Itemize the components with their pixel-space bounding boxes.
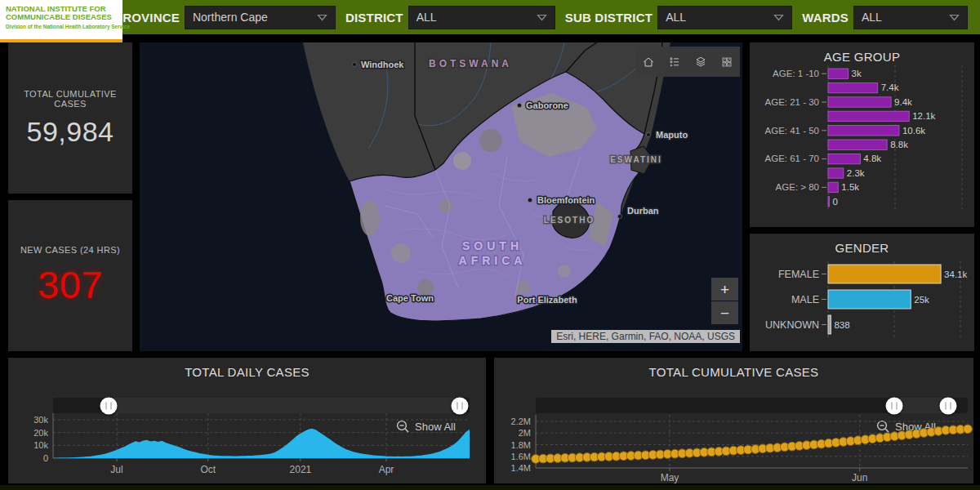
cumulative-dot bbox=[875, 434, 884, 443]
cumulative-dot bbox=[626, 452, 635, 461]
grip-icon bbox=[892, 402, 898, 409]
zoom-out-button[interactable]: − bbox=[711, 301, 738, 324]
bar-value-label: 9.4k bbox=[894, 97, 912, 107]
daily-time-slider bbox=[53, 398, 470, 413]
cumulative-dot bbox=[964, 425, 973, 434]
bar-value-label: 7.4k bbox=[881, 82, 899, 92]
map-toolbar bbox=[635, 47, 740, 77]
y-tick-label: 1.8M bbox=[511, 440, 531, 450]
new-cases-card: NEW CASES (24 HRS) 307 bbox=[8, 200, 132, 351]
show-all-button[interactable]: Show All bbox=[396, 420, 456, 434]
wards-select[interactable]: ALL bbox=[853, 6, 968, 29]
show-all-button[interactable]: Show All bbox=[876, 420, 936, 434]
cumulative-dot bbox=[868, 434, 877, 443]
city-dot bbox=[352, 62, 356, 66]
age-bar[interactable] bbox=[828, 154, 860, 163]
layers-icon bbox=[693, 53, 709, 71]
basemap-button[interactable] bbox=[714, 47, 740, 77]
age-bar[interactable] bbox=[828, 82, 878, 92]
range-handle-left[interactable] bbox=[886, 397, 903, 414]
cumulative-dot bbox=[590, 452, 599, 461]
region-label: BOTSWANA bbox=[429, 58, 512, 69]
bar-value-label: 3k bbox=[852, 69, 862, 78]
show-all-label: Show All bbox=[415, 421, 456, 433]
gender-bar[interactable] bbox=[828, 265, 941, 283]
bar-value-label: 8.8k bbox=[890, 140, 908, 149]
daily-cases-panel: TOTAL DAILY CASES Show All 010k20k30kJul… bbox=[8, 358, 486, 483]
cumulative-dot bbox=[737, 446, 746, 455]
chevron-down-icon bbox=[773, 14, 784, 21]
cumulative-dot bbox=[722, 447, 731, 456]
new-cases-label: NEW CASES (24 HRS) bbox=[20, 245, 120, 255]
range-handle-right[interactable] bbox=[451, 397, 468, 414]
district-select-value: ALL bbox=[416, 11, 437, 24]
nicd-logo[interactable]: NATIONAL INSTITUTE FOR COMMUNICABLE DISE… bbox=[0, 0, 122, 42]
chevron-down-icon bbox=[949, 14, 960, 21]
cumulative-dot bbox=[956, 425, 965, 434]
age-bar[interactable] bbox=[828, 126, 899, 136]
age-bar[interactable] bbox=[828, 97, 891, 107]
cumulative-dot bbox=[846, 437, 855, 446]
total-cumulative-card: TOTAL CUMULATIVE CASES 59,984 bbox=[8, 42, 132, 194]
cumulative-dot bbox=[883, 433, 892, 442]
cumulative-dot bbox=[759, 444, 768, 453]
cumulative-dot bbox=[612, 452, 621, 461]
cumulative-dot bbox=[861, 435, 870, 444]
slider-selected-range[interactable] bbox=[109, 398, 460, 413]
age-bar[interactable] bbox=[828, 69, 849, 78]
province-select[interactable]: Northern Cape bbox=[185, 6, 336, 29]
cumulative-dot bbox=[641, 451, 650, 460]
cumulative-dot bbox=[831, 439, 840, 448]
cumulative-dot bbox=[751, 445, 760, 454]
city-label: Bloemfontein bbox=[537, 195, 595, 205]
cumulative-dot bbox=[839, 438, 848, 447]
cumulative-dot bbox=[604, 452, 613, 461]
cumulative-dot bbox=[824, 439, 833, 448]
cumulative-dot bbox=[685, 448, 694, 457]
logo-orange-stripe bbox=[0, 39, 122, 42]
cumulative-dot bbox=[693, 448, 702, 457]
logo-line3: Division of the National Health Laborato… bbox=[6, 24, 130, 30]
x-tick-label: Jul bbox=[110, 464, 122, 475]
cumulative-dot bbox=[942, 425, 951, 434]
map-zoom-control: + − bbox=[711, 278, 738, 324]
city-label: Windhoek bbox=[361, 60, 404, 69]
cumulative-dot bbox=[663, 450, 672, 459]
layers-button[interactable] bbox=[688, 47, 714, 77]
city-label: Durban bbox=[627, 206, 659, 216]
cumulative-dot bbox=[678, 449, 687, 458]
south-africa-map[interactable]: WindhoekGaboroneMaputoBloemfonteinDurban… bbox=[140, 42, 742, 351]
zoom-in-button[interactable]: + bbox=[711, 278, 738, 301]
range-handle-right[interactable] bbox=[940, 397, 957, 414]
covid-dashboard: NATIONAL INSTITUTE FOR COMMUNICABLE DISE… bbox=[0, 0, 980, 490]
category-label: MALE bbox=[791, 294, 819, 305]
age-bar[interactable] bbox=[828, 140, 887, 149]
gender-bar[interactable] bbox=[828, 290, 911, 309]
age-bar[interactable] bbox=[828, 111, 909, 121]
cumulative-cases-title: TOTAL CUMULATIVE CASES bbox=[494, 365, 973, 379]
cumulative-dot bbox=[575, 453, 584, 462]
gender-bar[interactable] bbox=[828, 315, 831, 334]
cumulative-dot bbox=[744, 445, 753, 454]
home-button[interactable] bbox=[635, 47, 662, 77]
age-bar[interactable] bbox=[828, 182, 838, 192]
basemap-icon bbox=[719, 53, 735, 71]
bar-value-label: 34.1k bbox=[944, 270, 967, 279]
gender-title: GENDER bbox=[750, 241, 974, 255]
subdistrict-select[interactable]: ALL bbox=[657, 6, 792, 29]
cumulative-time-slider bbox=[536, 398, 968, 413]
cumulative-dot bbox=[707, 448, 716, 457]
cumulative-dot bbox=[949, 425, 958, 434]
legend-button[interactable] bbox=[662, 47, 688, 77]
y-tick-label: 10k bbox=[33, 440, 48, 450]
age-group-panel: AGE GROUP 3kAGE: 1 -107.4k9.4kAGE: 21 - … bbox=[750, 42, 974, 227]
show-all-label: Show All bbox=[895, 421, 936, 433]
total-cumulative-label: TOTAL CUMULATIVE CASES bbox=[13, 89, 127, 109]
district-select[interactable]: ALL bbox=[408, 6, 555, 29]
range-handle-left[interactable] bbox=[100, 397, 117, 414]
age-bar[interactable] bbox=[828, 168, 844, 178]
x-tick-label: Oct bbox=[200, 464, 216, 475]
grip-icon bbox=[946, 402, 951, 409]
category-label: AGE: 1 -10 bbox=[773, 69, 819, 78]
age-bar[interactable] bbox=[828, 197, 830, 207]
